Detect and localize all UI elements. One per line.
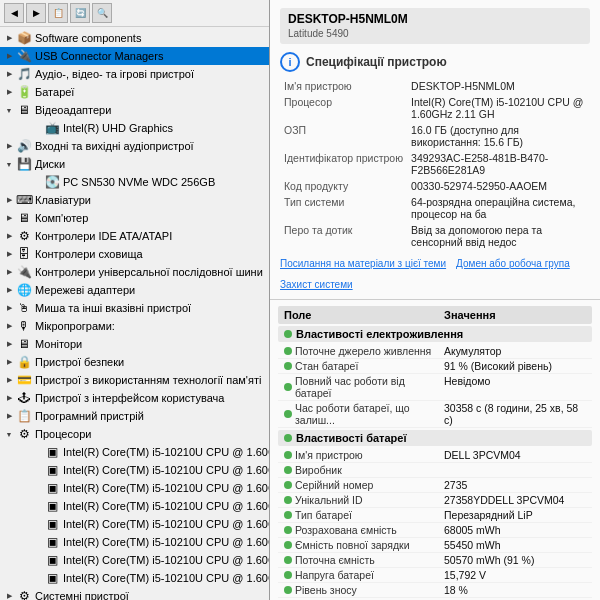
tree-item-computer[interactable]: ▶🖥Комп'ютер	[0, 209, 269, 227]
status-dot-icon	[284, 511, 292, 519]
tree-item-ide-ata[interactable]: ▶⚙Контролери IDE ATA/ATAPI	[0, 227, 269, 245]
spec-row: ПроцесорIntel(R) Core(TM) i5-10210U CPU …	[280, 94, 590, 122]
tree-item-cpu1[interactable]: ▣Intel(R) Core(TM) i5-10210U CPU @ 1.60G…	[0, 443, 269, 461]
tree-icon-cpu4: ▣	[44, 498, 60, 514]
status-dot-icon	[284, 466, 292, 474]
properties-button[interactable]: 📋	[48, 3, 68, 23]
specs-title: Специфікації пристрою	[306, 55, 447, 69]
tree-item-cpu8[interactable]: ▣Intel(R) Core(TM) i5-10210U CPU @ 1.60G…	[0, 569, 269, 587]
tree-label-intel-uhd: Intel(R) UHD Graphics	[63, 122, 173, 134]
tree-item-storage-ctrl[interactable]: ▶🗄Контролери сховища	[0, 245, 269, 263]
tree-icon-batteries: 🔋	[16, 84, 32, 100]
status-dot-icon	[284, 496, 292, 504]
spec-value: 349293AC-E258-481B-B470-F2B566E281A9	[407, 150, 590, 178]
tree-label-cpu3: Intel(R) Core(TM) i5-10210U CPU @ 1.60GH…	[63, 482, 269, 494]
tree-item-system-devices[interactable]: ▶⚙Системні пристрої	[0, 587, 269, 600]
battery-row: Час роботи батареї, що залиш...30358 с (…	[278, 401, 592, 428]
tree-item-microphones[interactable]: ▶🎙Мікропрограми:	[0, 317, 269, 335]
tree-label-video-adapters: Відеоадаптери	[35, 104, 111, 116]
link-2[interactable]: Захист системи	[280, 279, 353, 290]
tree-icon-pc-sn530: 💽	[44, 174, 60, 190]
spec-value: Intel(R) Core(TM) i5-10210U CPU @ 1.60GH…	[407, 94, 590, 122]
field-text: Тип батареї	[295, 509, 352, 521]
tree-item-pc-sn530[interactable]: 💽PC SN530 NVMe WDC 256GB	[0, 173, 269, 191]
status-dot-icon	[284, 383, 292, 391]
tree-item-keyboards[interactable]: ▶⌨Клавіатури	[0, 191, 269, 209]
link-0[interactable]: Посилання на матеріали з цієї теми	[280, 258, 446, 269]
tree-label-usb-connector: USB Connector Managers	[35, 50, 163, 62]
tree-item-disks[interactable]: ▼💾Диски	[0, 155, 269, 173]
back-button[interactable]: ◀	[4, 3, 24, 23]
tree-item-usb-connector[interactable]: ▶🔌USB Connector Managers	[0, 47, 269, 65]
tree-item-cpu7[interactable]: ▣Intel(R) Core(TM) i5-10210U CPU @ 1.60G…	[0, 551, 269, 569]
battery-status-dot	[284, 434, 292, 442]
spec-label: ОЗП	[280, 122, 407, 150]
spec-row: Ім'я пристроюDESKTOP-H5NML0M	[280, 78, 590, 94]
battery-row: Унікальний ID27358YDDELL 3PCVM04	[278, 493, 592, 508]
tree-item-software-dev[interactable]: ▶📋Програмний пристрій	[0, 407, 269, 425]
links-bar: Посилання на матеріали з цієї темиДомен …	[280, 258, 590, 290]
tree-label-memory-tech: Пристрої з використанням технології пам'…	[35, 374, 261, 386]
tree-item-processors[interactable]: ▼⚙Процесори	[0, 425, 269, 443]
spec-label: Код продукту	[280, 178, 407, 194]
tree-item-mouse[interactable]: ▶🖱Миша та інші вказівні пристрої	[0, 299, 269, 317]
field-text: Ім'я пристрою	[295, 449, 363, 461]
field-text: Рівень зносу	[295, 584, 357, 596]
tree-icon-cpu7: ▣	[44, 552, 60, 568]
tree-icon-security: 🔒	[16, 354, 32, 370]
tree-item-cpu2[interactable]: ▣Intel(R) Core(TM) i5-10210U CPU @ 1.60G…	[0, 461, 269, 479]
battery-row-value: 30358 с (8 години, 25 хв, 58 с)	[444, 402, 586, 426]
tree-item-network-adapters[interactable]: ▶🌐Мережеві адаптери	[0, 281, 269, 299]
update-button[interactable]: 🔄	[70, 3, 90, 23]
tree-item-universal-bus[interactable]: ▶🔌Контролери універсальної послідовної ш…	[0, 263, 269, 281]
spec-label: Ім'я пристрою	[280, 78, 407, 94]
battery-row: Стан батареї91 % (Високий рівень)	[278, 359, 592, 374]
tree-label-microphones: Мікропрограми:	[35, 320, 115, 332]
tree-item-video-adapters[interactable]: ▼🖥Відеоадаптери	[0, 101, 269, 119]
power-status-dot	[284, 330, 292, 338]
tree-item-batteries[interactable]: ▶🔋Батареї	[0, 83, 269, 101]
tree-item-memory-tech[interactable]: ▶💳Пристрої з використанням технології па…	[0, 371, 269, 389]
tree-item-cpu5[interactable]: ▣Intel(R) Core(TM) i5-10210U CPU @ 1.60G…	[0, 515, 269, 533]
battery-row-field: Виробник	[284, 464, 444, 476]
battery-row: Поточне джерело живленняАкумулятор	[278, 344, 592, 359]
tree-item-software-components[interactable]: ▶📦Software components	[0, 29, 269, 47]
tree-icon-audio-video: 🎵	[16, 66, 32, 82]
tree-icon-ide-ata: ⚙	[16, 228, 32, 244]
tree-label-system-devices: Системні пристрої	[35, 590, 129, 600]
tree-label-audio-devices: Входні та вихідні аудіопристрої	[35, 140, 194, 152]
status-dot-icon	[284, 481, 292, 489]
battery-row-value: 50570 mWh (91 %)	[444, 554, 586, 566]
battery-row: Ємність повної зарядки55450 mWh	[278, 538, 592, 553]
spec-label: Процесор	[280, 94, 407, 122]
tree-label-cpu5: Intel(R) Core(TM) i5-10210U CPU @ 1.60GH…	[63, 518, 269, 530]
tree-icon-cpu5: ▣	[44, 516, 60, 532]
tree-item-audio-devices[interactable]: ▶🔊Входні та вихідні аудіопристрої	[0, 137, 269, 155]
scan-button[interactable]: 🔍	[92, 3, 112, 23]
tree-item-cpu3[interactable]: ▣Intel(R) Core(TM) i5-10210U CPU @ 1.60G…	[0, 479, 269, 497]
tree-icon-universal-bus: 🔌	[16, 264, 32, 280]
tree-label-cpu7: Intel(R) Core(TM) i5-10210U CPU @ 1.60GH…	[63, 554, 269, 566]
spec-label: Ідентифікатор пристрою	[280, 150, 407, 178]
field-text: Ємність повної зарядки	[295, 539, 410, 551]
spec-label: Перо та дотик	[280, 222, 407, 250]
tree-item-interface-dev[interactable]: ▶🕹Пристрої з інтерфейсом користувача	[0, 389, 269, 407]
forward-button[interactable]: ▶	[26, 3, 46, 23]
tree-label-storage-ctrl: Контролери сховища	[35, 248, 143, 260]
tree-item-cpu4[interactable]: ▣Intel(R) Core(TM) i5-10210U CPU @ 1.60G…	[0, 497, 269, 515]
tree-item-audio-video[interactable]: ▶🎵Аудіо-, відео- та ігрові пристрої	[0, 65, 269, 83]
tree-item-security[interactable]: ▶🔒Пристрої безпеки	[0, 353, 269, 371]
tree-icon-interface-dev: 🕹	[16, 390, 32, 406]
spec-value: 64-розрядна операційна система, процесор…	[407, 194, 590, 222]
tree-label-interface-dev: Пристрої з інтерфейсом користувача	[35, 392, 224, 404]
link-1[interactable]: Домен або робоча група	[456, 258, 570, 269]
tree-icon-cpu6: ▣	[44, 534, 60, 550]
battery-row-value: Невідомо	[444, 375, 586, 387]
status-dot-icon	[284, 541, 292, 549]
spec-value: DESKTOP-H5NML0M	[407, 78, 590, 94]
tree-item-monitors[interactable]: ▶🖥Монітори	[0, 335, 269, 353]
field-text: Напруга батареї	[295, 569, 374, 581]
tree-item-intel-uhd[interactable]: 📺Intel(R) UHD Graphics	[0, 119, 269, 137]
battery-row-field: Ім'я пристрою	[284, 449, 444, 461]
tree-item-cpu6[interactable]: ▣Intel(R) Core(TM) i5-10210U CPU @ 1.60G…	[0, 533, 269, 551]
